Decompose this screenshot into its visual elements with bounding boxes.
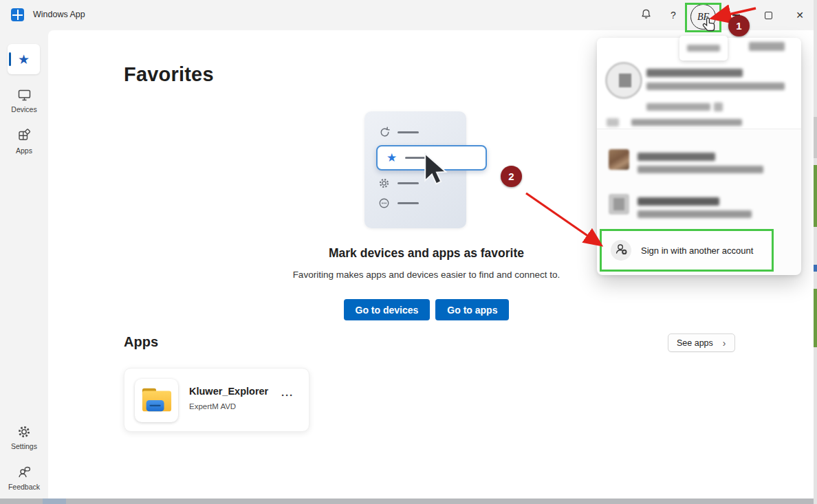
sidebar-item-apps[interactable]: Apps [0, 129, 48, 155]
see-apps-label: See apps [677, 338, 713, 348]
sign-out-button[interactable] [749, 42, 785, 51]
apps-grid-icon [0, 129, 48, 144]
windows-app-window: Windows App ? BF ✕ ★ [0, 0, 817, 504]
star-icon: ★ [386, 152, 397, 164]
redacted-account-email [646, 83, 785, 90]
account-avatar-large [605, 62, 642, 99]
account-menu-panel: Sign in with another account [597, 38, 801, 275]
placeholder-line [397, 131, 419, 133]
see-apps-button[interactable]: See apps › [668, 333, 735, 352]
account-placeholder-avatar [609, 194, 629, 215]
go-to-apps-button[interactable]: Go to apps [435, 299, 509, 320]
sidebar-item-feedback[interactable]: Feedback [0, 465, 48, 491]
app-logo-icon [11, 8, 24, 21]
right-edge [814, 0, 817, 504]
monitor-icon [0, 89, 48, 103]
background-window-sliver [814, 117, 817, 158]
placeholder-line [397, 202, 419, 204]
star-icon: ★ [18, 53, 30, 66]
help-icon: ? [671, 10, 676, 21]
redacted-small-icon [714, 102, 723, 111]
annotation-badge-2: 2 [501, 166, 522, 187]
empty-state-subtitle: Favoriting makes apps and devices easier… [220, 270, 633, 280]
close-icon: ✕ [796, 10, 804, 21]
sidebar-item-label: Devices [11, 105, 36, 113]
redacted-text [687, 45, 720, 52]
feedback-icon [0, 465, 48, 481]
close-button[interactable]: ✕ [789, 6, 810, 25]
bottom-edge [0, 498, 817, 504]
redacted-avatar-letter [619, 74, 631, 87]
current-account-section [597, 38, 801, 129]
badge-number: 2 [508, 171, 514, 182]
sidebar-item-label: Settings [11, 442, 37, 450]
apps-section-heading: Apps [124, 334, 158, 350]
redacted-account-email [638, 166, 763, 173]
app-icon-tile [135, 379, 178, 422]
app-card-title: Kluwer_Explorer [189, 386, 268, 397]
redacted-link[interactable] [646, 103, 710, 111]
gear-icon [378, 177, 390, 192]
sidebar-item-favorites[interactable]: ★ [8, 44, 40, 74]
account-photo-avatar [609, 149, 629, 170]
bell-icon [640, 8, 652, 23]
folder-icon [141, 386, 173, 416]
manage-account-button[interactable] [679, 36, 728, 61]
app-card-kluwer-explorer[interactable]: Kluwer_Explorer ExpertM AVD ··· [124, 368, 309, 432]
redacted-account-name [638, 153, 715, 161]
background-window-sliver [814, 165, 817, 227]
gear-icon [0, 425, 48, 440]
cursor-arrow-icon [421, 153, 453, 194]
app-card-subtitle: ExpertM AVD [189, 402, 236, 410]
empty-state: Mark devices and apps as favorite Favori… [220, 246, 633, 280]
redacted-account-email [638, 210, 752, 218]
page-title: Favorites [124, 63, 214, 86]
sidebar-item-label: Feedback [8, 483, 40, 491]
sidebar: ★ Devices Apps Settings Feedback [0, 30, 48, 498]
go-to-devices-button[interactable]: Go to devices [344, 299, 431, 320]
sidebar-item-devices[interactable]: Devices [0, 89, 48, 113]
redacted-account-email [631, 119, 742, 126]
app-card-menu-button[interactable]: ··· [281, 389, 294, 401]
maximize-button[interactable] [758, 6, 778, 25]
redacted-small-icon [607, 118, 619, 127]
maximize-icon [765, 12, 772, 19]
person-add-icon-circle [611, 240, 631, 261]
background-window-sliver [814, 265, 817, 272]
redacted-account-name [646, 69, 743, 77]
badge-number: 1 [736, 20, 741, 32]
help-button[interactable]: ? [663, 6, 684, 25]
annotation-badge-1: 1 [728, 15, 750, 36]
background-window-sliver [814, 289, 817, 347]
redacted-account-name [638, 197, 719, 206]
sidebar-item-settings[interactable]: Settings [0, 425, 48, 450]
refresh-icon [379, 127, 391, 141]
bottom-edge-accent [43, 498, 66, 504]
chevron-right-icon: › [723, 338, 726, 349]
empty-state-actions: Go to devices Go to apps [220, 299, 633, 320]
sign-in-label: Sign in with another account [641, 245, 753, 256]
active-indicator [9, 52, 11, 66]
more-circle-icon [378, 197, 390, 212]
sign-in-another-account-button[interactable]: Sign in with another account [600, 229, 774, 272]
placeholder-line [397, 182, 419, 184]
empty-state-title: Mark devices and apps as favorite [220, 246, 633, 261]
notifications-button[interactable] [635, 6, 656, 25]
sidebar-item-label: Apps [16, 146, 32, 155]
hand-cursor-icon [701, 17, 718, 39]
window-title: Windows App [33, 10, 85, 19]
titlebar: Windows App ? BF ✕ [0, 0, 817, 30]
person-add-icon [614, 242, 628, 259]
